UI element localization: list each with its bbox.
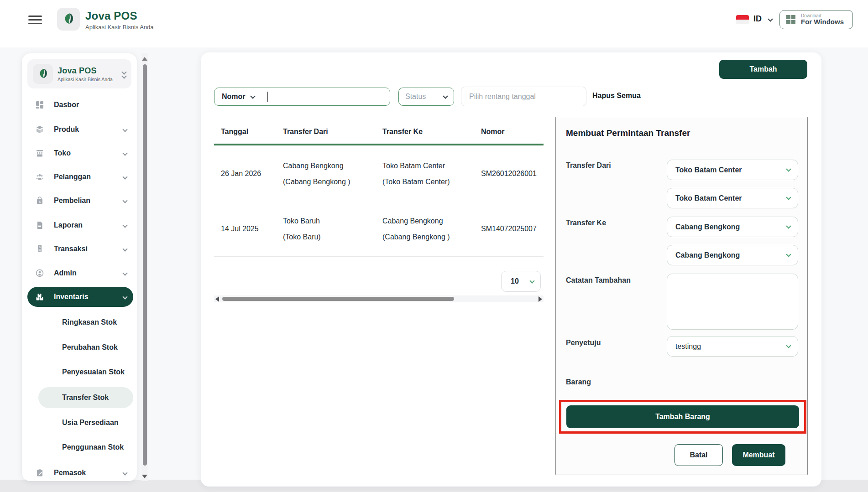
collapse-sidebar-icon[interactable] xyxy=(122,70,126,78)
page-size-select[interactable]: 10 xyxy=(501,271,541,292)
chevron-down-icon xyxy=(786,195,791,200)
chevron-down-icon xyxy=(786,343,791,348)
cell-ke-line1: Cabang Bengkong xyxy=(382,217,443,225)
sidebar-item-transaksi[interactable]: $ Transaksi xyxy=(27,239,133,259)
tambah-barang-button[interactable]: Tambah Barang xyxy=(566,405,799,428)
for-windows-label: For Windows xyxy=(801,18,844,26)
transfer-request-form: Membuat Permintaan Transfer Transfer Dar… xyxy=(555,117,808,475)
scroll-right-arrow-icon[interactable] xyxy=(539,296,542,302)
header-brand-name: Jova POS xyxy=(85,10,154,22)
barang-label: Barang xyxy=(566,378,591,386)
horizontal-scrollbar-thumb[interactable] xyxy=(222,297,454,301)
sidebar-item-label: Pemasok xyxy=(54,469,86,477)
language-chevron-down-icon[interactable] xyxy=(768,16,773,21)
sidebar-item-inventaris[interactable]: Inventaris xyxy=(27,287,133,307)
app-header: Jova POS Aplikasi Kasir Bisnis Anda ID D… xyxy=(0,0,868,47)
page-size-chevron-down-icon xyxy=(529,278,534,283)
sidebar-subitem-perubahan-stok[interactable]: Perubahan Stok xyxy=(38,337,133,358)
sidebar-item-toko[interactable]: Toko xyxy=(27,143,133,163)
sidebar-item-pelanggan[interactable]: Pelanggan xyxy=(27,167,133,187)
selected-value: Cabang Bengkong xyxy=(675,223,787,231)
sidebar-subitem-penggunaan-stok[interactable]: Penggunaan Stok xyxy=(38,437,133,458)
chevron-down-icon xyxy=(786,223,791,228)
hamburger-menu-icon[interactable] xyxy=(28,16,42,26)
sidebar-item-label: Laporan xyxy=(54,221,83,229)
selected-value: Toko Batam Center xyxy=(675,194,787,202)
subitem-label: Usia Persediaan xyxy=(62,419,119,427)
filter-field-chevron-down-icon[interactable] xyxy=(250,93,255,98)
transfer-dari-label: Transfer Dari xyxy=(566,161,611,170)
sidebar-item-label: Pelanggan xyxy=(54,173,91,181)
sidebar-brand-row: Jova POS Aplikasi Kasir Bisnis Anda xyxy=(27,59,131,88)
selected-value: testingg xyxy=(675,342,787,351)
transfer-dari-select-1[interactable]: Toko Batam Center xyxy=(667,160,798,180)
text-cursor xyxy=(267,92,268,102)
screen: Jova POS Aplikasi Kasir Bisnis Anda ID D… xyxy=(0,0,868,492)
chevron-down-icon xyxy=(122,127,127,132)
sidebar-subitem-usia-persediaan[interactable]: Usia Persediaan xyxy=(38,412,133,433)
cell-tanggal: 26 Jan 2026 xyxy=(221,170,261,178)
transfer-ke-select-2[interactable]: Cabang Bengkong xyxy=(667,245,798,265)
horizontal-scrollbar[interactable] xyxy=(214,295,544,302)
sidebar-item-label: Pembelian xyxy=(54,197,90,205)
sidebar-item-pemasok[interactable]: Pemasok xyxy=(27,463,133,481)
scroll-down-arrow-icon[interactable] xyxy=(142,475,147,478)
penyetuju-select[interactable]: testingg xyxy=(667,336,798,357)
sidebar-item-produk[interactable]: Produk xyxy=(27,119,133,140)
row-divider xyxy=(214,256,544,257)
sidebar-brand-name: Jova POS xyxy=(58,66,122,76)
subitem-label: Penggunaan Stok xyxy=(62,443,124,451)
cell-nomor: SM14072025007 xyxy=(481,225,537,233)
sidebar-item-dasbor[interactable]: Dasbor xyxy=(27,95,133,115)
cell-ke-line1: Toko Batam Center xyxy=(382,162,445,170)
selected-value: Toko Batam Center xyxy=(675,166,787,174)
sidebar-subitem-ringkasan-stok[interactable]: Ringkasan Stok xyxy=(38,312,133,333)
column-header-transfer-ke: Transfer Ke xyxy=(382,128,423,136)
subitem-label: Perubahan Stok xyxy=(62,343,118,352)
penyetuju-label: Penyetuju xyxy=(566,339,601,347)
download-for-windows-button[interactable]: Download For Windows xyxy=(779,10,853,29)
transfer-dari-select-2[interactable]: Toko Batam Center xyxy=(667,188,798,208)
sidebar-scrollbar[interactable] xyxy=(141,53,148,481)
filter-field-selector[interactable]: Nomor xyxy=(222,93,246,101)
status-chevron-down-icon[interactable] xyxy=(443,93,448,98)
subitem-label: Penyesuaian Stok xyxy=(62,368,125,376)
sidebar-subitem-transfer-stok[interactable]: Transfer Stok xyxy=(38,387,133,408)
sidebar-subitem-penyesuaian-stok[interactable]: Penyesuaian Stok xyxy=(38,362,133,383)
windows-logo-icon xyxy=(786,15,795,24)
scroll-up-arrow-icon[interactable] xyxy=(142,57,147,61)
sidebar: Jova POS Aplikasi Kasir Bisnis Anda Dasb… xyxy=(22,53,137,481)
scroll-left-arrow-icon[interactable] xyxy=(215,296,219,302)
membuat-button[interactable]: Membuat xyxy=(732,444,785,466)
batal-button[interactable]: Batal xyxy=(675,444,723,466)
sidebar-brand-tagline: Aplikasi Kasir Bisnis Anda xyxy=(58,77,122,82)
purchase-bag-icon: $ xyxy=(35,196,45,206)
catatan-tambahan-textarea[interactable] xyxy=(667,274,798,330)
admin-user-icon xyxy=(35,268,45,278)
transfer-ke-label: Transfer Ke xyxy=(566,219,606,227)
sidebar-item-pembelian[interactable]: $ Pembelian xyxy=(27,191,133,211)
customers-icon xyxy=(35,172,45,182)
sidebar-item-admin[interactable]: Admin xyxy=(27,263,133,283)
chevron-down-icon xyxy=(786,252,791,257)
sidebar-item-label: Admin xyxy=(54,269,77,277)
chevron-down-icon xyxy=(122,294,127,299)
app-logo xyxy=(57,8,80,31)
tambah-button[interactable]: Tambah xyxy=(719,60,807,79)
filter-field-search[interactable]: Nomor xyxy=(214,88,390,106)
chevron-down-icon xyxy=(122,270,127,275)
hapus-semua-link[interactable]: Hapus Semua xyxy=(592,92,641,100)
chevron-down-icon xyxy=(786,166,791,171)
catatan-tambahan-label: Catatan Tambahan xyxy=(566,276,631,285)
chevron-down-icon xyxy=(122,198,127,203)
date-range-input[interactable]: Pilih rentang tanggal xyxy=(461,87,586,106)
transfer-ke-select-1[interactable]: Cabang Bengkong xyxy=(667,217,798,237)
store-icon xyxy=(35,148,45,158)
inventory-boxes-icon xyxy=(35,292,45,302)
sidebar-scrollbar-thumb[interactable] xyxy=(143,64,147,466)
sidebar-item-laporan[interactable]: Laporan xyxy=(27,215,133,235)
cell-ke-line2: (Toko Batam Center) xyxy=(382,178,450,186)
status-filter-select[interactable]: Status xyxy=(398,88,454,106)
language-selector[interactable]: ID xyxy=(753,14,762,24)
report-document-icon xyxy=(35,220,45,230)
